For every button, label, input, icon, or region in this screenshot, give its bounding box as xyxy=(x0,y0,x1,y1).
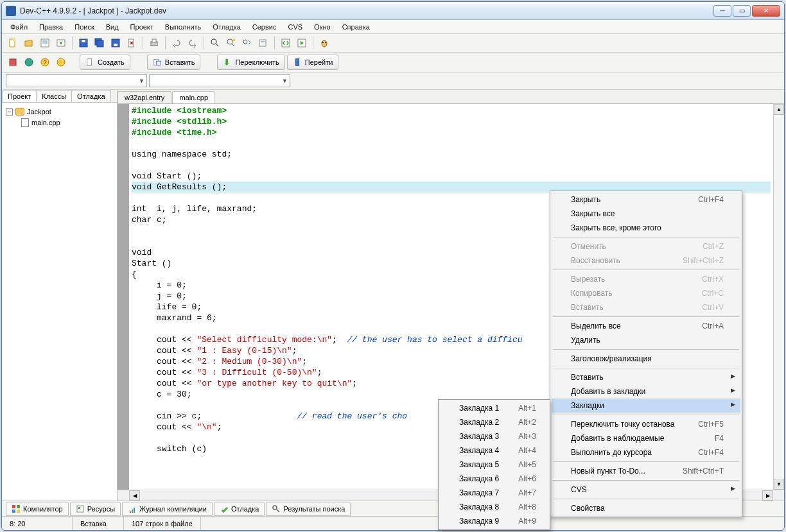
btab-debug[interactable]: Отладка xyxy=(214,502,265,516)
ctx-header-impl[interactable]: Заголовок/реализация xyxy=(552,352,740,366)
ctx-properties[interactable]: Свойства xyxy=(552,501,740,515)
ctx-insert[interactable]: Вставить▶ xyxy=(552,370,740,384)
menu-file[interactable]: Файл xyxy=(4,21,33,33)
close-file-icon[interactable] xyxy=(125,36,139,50)
svg-rect-8 xyxy=(82,40,85,42)
new-file-icon[interactable] xyxy=(6,36,20,50)
bookmark-3[interactable]: Закладка 3Alt+3 xyxy=(440,429,548,443)
run-icon[interactable] xyxy=(295,36,309,50)
scroll-down-icon[interactable]: ▼ xyxy=(774,479,784,490)
help-icon[interactable] xyxy=(22,55,36,69)
svg-rect-44 xyxy=(78,507,80,509)
close-button[interactable]: ✕ xyxy=(752,5,780,17)
question-icon[interactable]: ? xyxy=(38,55,52,69)
btab-search-results[interactable]: Результаты поиска xyxy=(266,502,351,516)
save-project-icon[interactable] xyxy=(109,36,123,50)
new-project-icon[interactable] xyxy=(54,36,68,50)
titlebar[interactable]: Dev-C++ 4.9.9.2 - [ Jackpot ] - Jackpot.… xyxy=(2,2,784,20)
menu-window[interactable]: Окно xyxy=(308,21,336,33)
ctx-run-to-cursor[interactable]: Выполнить до курсораCtrl+F4 xyxy=(552,445,740,459)
goto-line-icon[interactable] xyxy=(256,36,270,50)
svg-point-30 xyxy=(25,58,33,66)
create-button[interactable]: Создать xyxy=(80,55,130,70)
status-position: 8: 20 xyxy=(2,517,73,530)
menu-edit[interactable]: Правка xyxy=(33,21,69,33)
combo-member[interactable]: ▼ xyxy=(149,74,290,87)
tab-classes[interactable]: Классы xyxy=(36,90,72,102)
save-icon[interactable] xyxy=(76,36,91,50)
bookmark-7[interactable]: Закладка 7Alt+7 xyxy=(440,486,548,500)
tab-w32api[interactable]: w32api.entry xyxy=(118,91,171,103)
bookmark-8[interactable]: Закладка 8Alt+8 xyxy=(440,500,548,514)
svg-point-21 xyxy=(243,40,247,44)
find-next-icon[interactable] xyxy=(240,36,254,50)
svg-line-17 xyxy=(216,44,218,46)
scroll-up-icon[interactable]: ▲ xyxy=(774,104,784,115)
goto-button[interactable]: Перейти xyxy=(287,55,339,70)
ctx-bookmarks[interactable]: Закладки▶ xyxy=(552,399,740,413)
btab-compiler[interactable]: Компилятор xyxy=(6,502,69,516)
bookmark-1[interactable]: Закладка 1Alt+1 xyxy=(440,401,548,415)
btab-compile-log[interactable]: Журнал компиляции xyxy=(122,502,213,516)
maximize-button[interactable]: ▭ xyxy=(733,5,751,17)
tree-file-main[interactable]: main.cpp xyxy=(21,117,113,128)
svg-rect-41 xyxy=(12,510,15,513)
tree-collapse-icon[interactable]: − xyxy=(6,108,13,116)
insert-button[interactable]: Вставить xyxy=(147,55,201,70)
ctx-delete[interactable]: Удалить xyxy=(552,333,740,347)
properties-icon[interactable] xyxy=(38,36,52,50)
menu-tools[interactable]: Сервис xyxy=(247,21,283,33)
btab-resources[interactable]: Ресурсы xyxy=(70,502,121,516)
find-icon[interactable] xyxy=(208,36,222,50)
bookmark-6[interactable]: Закладка 6Alt+6 xyxy=(440,472,548,486)
menu-search[interactable]: Поиск xyxy=(69,21,100,33)
bookmark-2[interactable]: Закладка 2Alt+2 xyxy=(440,415,548,429)
svg-rect-39 xyxy=(12,505,15,508)
tab-project[interactable]: Проект xyxy=(2,90,37,102)
bookmark-5[interactable]: Закладка 5Alt+5 xyxy=(440,458,548,472)
ctx-add-watch[interactable]: Добавить в наблюдаемыеF4 xyxy=(552,431,740,445)
minimize-button[interactable]: ─ xyxy=(713,5,731,17)
print-icon[interactable] xyxy=(147,36,161,50)
save-all-icon[interactable] xyxy=(92,36,107,50)
replace-icon[interactable] xyxy=(224,36,238,50)
undo-icon[interactable] xyxy=(170,36,184,50)
menu-help[interactable]: Справка xyxy=(336,21,376,33)
vertical-scrollbar[interactable]: ▲ ▼ xyxy=(773,104,784,490)
scroll-right-icon[interactable]: ▶ xyxy=(762,490,773,501)
book-icon[interactable] xyxy=(6,55,20,69)
svg-point-28 xyxy=(325,42,326,43)
compile-icon[interactable] xyxy=(279,36,293,50)
ctx-toggle-breakpoint[interactable]: Переключить точку остановаCtrl+F5 xyxy=(552,417,740,431)
ctx-select-all[interactable]: Выделить всеCtrl+A xyxy=(552,319,740,333)
debug-icon[interactable] xyxy=(317,36,331,50)
redo-icon[interactable] xyxy=(186,36,200,50)
menu-debug[interactable]: Отладка xyxy=(207,21,246,33)
ctx-cvs[interactable]: CVS▶ xyxy=(552,483,740,497)
project-tree: − Jackpot main.cpp xyxy=(2,103,117,501)
menu-execute[interactable]: Выполнить xyxy=(159,21,207,33)
bookmark-4[interactable]: Закладка 4Alt+4 xyxy=(440,443,548,458)
ctx-close-all[interactable]: Закрыть все xyxy=(552,207,740,221)
statusbar: 8: 20 Вставка 107 строк в файле xyxy=(2,516,784,530)
ctx-close[interactable]: ЗакрытьCtrl+F4 xyxy=(552,193,740,207)
ctx-new-todo[interactable]: Новый пункт To-Do...Shift+Ctrl+T xyxy=(552,464,740,478)
svg-rect-46 xyxy=(132,510,133,513)
menu-view[interactable]: Вид xyxy=(100,21,125,33)
ctx-close-others[interactable]: Закрыть все, кроме этого xyxy=(552,221,740,235)
open-file-icon[interactable] xyxy=(22,36,36,50)
about-icon[interactable] xyxy=(54,55,68,69)
tree-project-root[interactable]: − Jackpot xyxy=(6,107,113,117)
svg-text:?: ? xyxy=(43,59,46,65)
menu-project[interactable]: Проект xyxy=(125,21,159,33)
tab-debug[interactable]: Отладка xyxy=(71,90,110,102)
tab-main-cpp[interactable]: main.cpp xyxy=(172,91,215,103)
menu-cvs[interactable]: CVS xyxy=(282,21,308,33)
ctx-add-bookmark[interactable]: Добавить в закладки▶ xyxy=(552,384,740,399)
combo-class[interactable]: ▼ xyxy=(6,74,147,87)
toggle-button[interactable]: Переключить xyxy=(217,55,284,70)
svg-rect-40 xyxy=(17,505,20,508)
ctx-cut: ВырезатьCtrl+X xyxy=(552,272,740,286)
bookmark-9[interactable]: Закладка 9Alt+9 xyxy=(440,514,548,528)
scroll-left-icon[interactable]: ◀ xyxy=(129,490,140,501)
